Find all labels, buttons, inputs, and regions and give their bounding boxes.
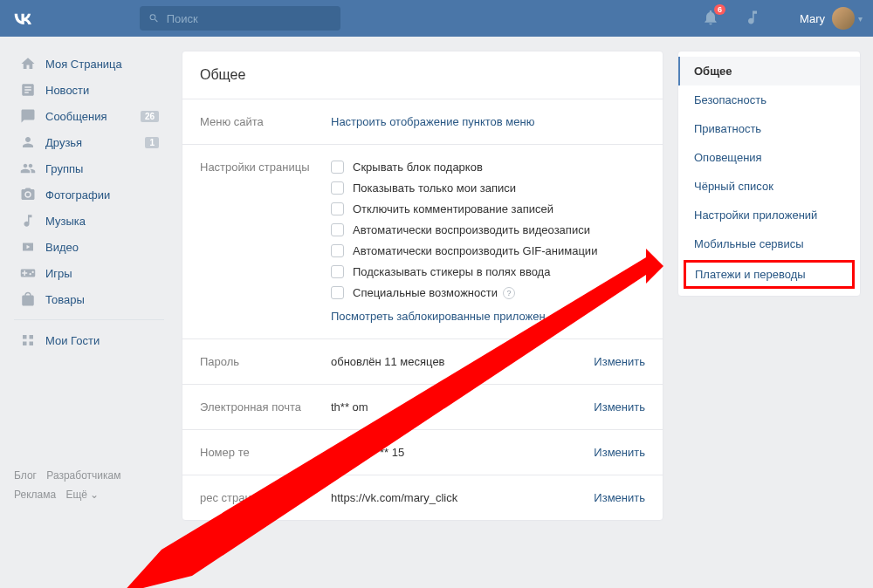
nav-music[interactable]: Музыка (14, 208, 164, 234)
check-sticker-suggest[interactable]: Подсказывать стикеры в полях ввода (331, 265, 645, 278)
vk-logo-icon[interactable] (10, 6, 35, 31)
apps-icon (19, 332, 37, 349)
badge: 1 (145, 137, 159, 148)
nav-my-page[interactable]: Моя Страница (14, 51, 164, 77)
password-value: обновлён 11 месяцев (331, 355, 594, 368)
nav-label: Моя Страница (45, 58, 122, 71)
nav-guests[interactable]: Мои Гости (14, 327, 164, 353)
nav-label: Друзья (45, 136, 82, 149)
messages-icon (19, 107, 37, 125)
row-label: Электронная почта (200, 400, 331, 414)
nav-label: Новости (45, 84, 89, 97)
tab-mobile[interactable]: Мобильные сервисы (678, 229, 860, 258)
top-header: 6 Mary ▾ (0, 0, 873, 37)
email-value: th** om (331, 400, 594, 414)
settings-tabs: Общее Безопасность Приватность Оповещени… (677, 51, 861, 297)
address-value: https://vk.com/mary_click (331, 491, 594, 504)
check-autoplay-video[interactable]: Автоматически воспроизводить видеозаписи (331, 223, 645, 236)
nav-label: Музыка (45, 215, 86, 228)
nav-video[interactable]: Видео (14, 234, 164, 260)
chevron-down-icon: ▾ (858, 14, 863, 24)
row-email: Электронная почта th** om Изменить (182, 385, 663, 430)
tab-security[interactable]: Безопасность (678, 85, 860, 114)
row-site-menu: Меню сайта Настроить отображение пунктов… (182, 99, 663, 145)
search-box[interactable] (140, 6, 340, 31)
checkbox[interactable] (331, 202, 344, 215)
blocked-apps-link[interactable]: Посмотреть заблокированные приложен (331, 310, 546, 323)
avatar (832, 7, 855, 30)
nav-friends[interactable]: Друзья1 (14, 129, 164, 155)
check-only-my-posts[interactable]: Показывать только мои записи (331, 181, 645, 195)
page-title: Общее (182, 51, 663, 99)
checkbox[interactable] (331, 286, 344, 299)
footer-ads[interactable]: Реклама (14, 489, 56, 501)
change-password-link[interactable]: Изменить (594, 355, 645, 368)
nav-label: Видео (45, 241, 79, 254)
notification-badge: 6 (714, 4, 725, 15)
tab-payments[interactable]: Платежи и переводы (684, 260, 855, 289)
footer-blog[interactable]: Блог (14, 469, 37, 482)
nav-groups[interactable]: Группы (14, 155, 164, 181)
change-phone-link[interactable]: Изменить (594, 446, 645, 459)
svg-point-0 (26, 193, 31, 197)
check-accessibility[interactable]: Специальные возможности? (331, 286, 645, 299)
checkbox[interactable] (331, 223, 344, 236)
check-hide-gifts[interactable]: Скрывать блок подарков (331, 161, 645, 174)
notifications-icon[interactable]: 6 (702, 9, 719, 29)
nav-separator (14, 319, 164, 320)
row-label: Пароль (200, 355, 331, 368)
market-icon (19, 291, 37, 308)
tab-privacy[interactable]: Приватность (678, 114, 860, 143)
row-label: Меню сайта (200, 115, 331, 128)
nav-label: Товары (45, 293, 85, 306)
video-icon (19, 238, 37, 256)
user-menu[interactable]: Mary ▾ (800, 7, 863, 30)
row-label: Настройки страницы (200, 161, 331, 323)
tab-notifications[interactable]: Оповещения (678, 143, 860, 172)
nav-games[interactable]: Игры (14, 260, 164, 286)
badge: 26 (141, 111, 159, 122)
music-player-icon[interactable] (744, 9, 761, 29)
row-password: Пароль обновлён 11 месяцев Изменить (182, 339, 663, 385)
nav-label: Фотографии (45, 188, 110, 202)
footer-dev[interactable]: Разработчикам (46, 469, 120, 482)
nav-messages[interactable]: Сообщения26 (14, 103, 164, 129)
nav-label: Мои Гости (45, 334, 100, 347)
row-address: рес страницы https://vk.com/mary_click И… (182, 475, 663, 520)
search-icon (148, 12, 160, 24)
footer-more[interactable]: Ещё ⌄ (65, 489, 99, 501)
groups-icon (19, 160, 37, 177)
search-input[interactable] (167, 12, 332, 25)
row-phone: Номер те +7 *** *** ** 15 Изменить (182, 430, 663, 475)
footer-links: Блог Разработчикам Реклама Ещё ⌄ (14, 467, 164, 504)
tab-general[interactable]: Общее (678, 57, 860, 85)
home-icon (19, 55, 37, 72)
configure-menu-link[interactable]: Настроить отображение пунктов меню (331, 115, 534, 128)
checkbox[interactable] (331, 265, 344, 278)
nav-news[interactable]: Новости (14, 77, 164, 103)
user-name-label: Mary (800, 12, 825, 25)
left-sidebar: Моя Страница Новости Сообщения26 Друзья1… (14, 37, 164, 521)
checkbox[interactable] (331, 161, 344, 174)
nav-label: Группы (45, 162, 83, 175)
row-label: Номер те (200, 446, 331, 459)
change-address-link[interactable]: Изменить (594, 491, 645, 504)
news-icon (19, 81, 37, 99)
tab-app-settings[interactable]: Настройки приложений (678, 201, 860, 229)
camera-icon (19, 186, 37, 203)
info-icon[interactable]: ? (503, 287, 515, 299)
check-autoplay-gif[interactable]: Автоматически воспроизводить GIF-анимаци… (331, 244, 645, 257)
nav-label: Игры (45, 267, 72, 280)
checkbox[interactable] (331, 244, 344, 257)
check-disable-comments[interactable]: Отключить комментирование записей (331, 202, 645, 215)
nav-market[interactable]: Товары (14, 286, 164, 312)
music-icon (19, 212, 37, 229)
nav-photos[interactable]: Фотографии (14, 181, 164, 208)
change-email-link[interactable]: Изменить (594, 400, 645, 414)
games-icon (19, 264, 37, 282)
row-page-settings: Настройки страницы Скрывать блок подарко… (182, 145, 663, 339)
checkbox[interactable] (331, 181, 344, 195)
friends-icon (19, 133, 37, 151)
tab-blacklist[interactable]: Чёрный список (678, 172, 860, 201)
phone-value: +7 *** *** ** 15 (331, 446, 594, 459)
